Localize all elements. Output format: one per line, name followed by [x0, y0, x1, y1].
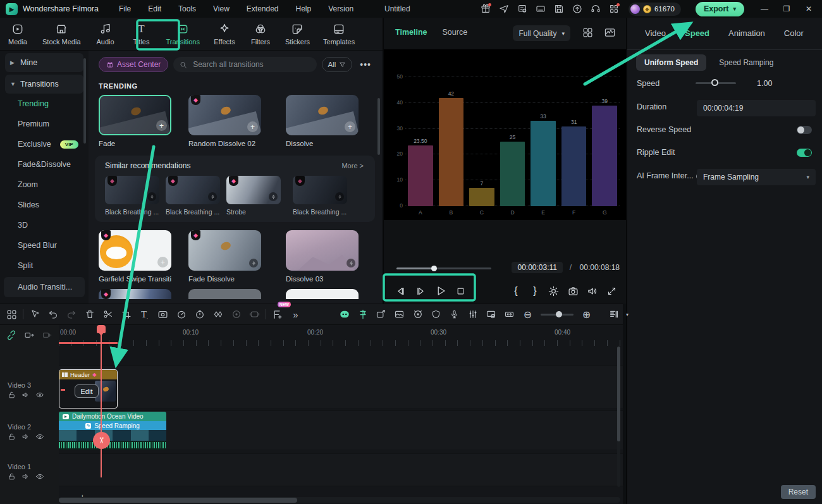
hide-eye-icon[interactable] — [35, 433, 44, 441]
more-link[interactable]: More > — [341, 162, 364, 169]
timeline-zoom-slider[interactable] — [541, 314, 574, 316]
undo-icon[interactable] — [44, 305, 62, 323]
account-pill[interactable]: ◆ 61670 — [629, 3, 681, 16]
auto-snap-icon[interactable] — [24, 330, 35, 340]
zoom-in-icon[interactable]: ⊕ — [577, 305, 596, 323]
sidebar-item-3d[interactable]: 3D — [0, 215, 89, 235]
play-button[interactable] — [433, 283, 448, 298]
sidebar-item-audio-transitions[interactable]: Audio Transiti... — [4, 277, 85, 297]
voiceover-mic-icon[interactable] — [445, 305, 463, 323]
compound-clip-icon[interactable] — [245, 305, 264, 323]
horizontal-scroll-thumb[interactable] — [59, 498, 297, 503]
add-icon[interactable]: + — [157, 257, 168, 267]
stop-button[interactable] — [453, 283, 468, 298]
sidebar-item-premium[interactable]: Premium — [0, 114, 89, 134]
workspace-layout-icon[interactable] — [608, 3, 620, 15]
tab-stickers[interactable]: Stickers — [285, 22, 310, 46]
menu-file[interactable]: File — [119, 4, 131, 13]
link-clips-icon[interactable] — [6, 330, 16, 340]
similar-card-3[interactable]: ◆ Black Breathing ... — [293, 176, 347, 216]
media-browser-icon[interactable] — [3, 305, 21, 323]
transition-card-garfield[interactable]: ◆ + Garfield Swipe Transiti... — [99, 230, 171, 283]
support-headset-icon[interactable] — [589, 3, 602, 15]
speed-slider[interactable] — [696, 82, 736, 84]
gift-icon[interactable] — [479, 3, 492, 15]
redo-icon[interactable] — [62, 305, 80, 323]
multi-view-icon[interactable] — [582, 27, 593, 38]
quality-dropdown[interactable]: Full Quality ▾ — [513, 25, 570, 41]
export-button[interactable]: Export ▾ — [696, 2, 744, 16]
lock-icon[interactable] — [8, 391, 16, 399]
sidebar-scrollbar[interactable] — [83, 58, 86, 144]
tab-audio[interactable]: Audio — [94, 22, 117, 46]
preview-quality-pip-icon[interactable] — [482, 305, 500, 323]
mute-speaker-icon[interactable] — [21, 391, 30, 399]
horizontal-scrollbar[interactable] — [59, 497, 620, 503]
hide-eye-icon[interactable] — [35, 472, 44, 481]
crop-icon[interactable] — [117, 305, 135, 323]
tab-filters[interactable]: Filters — [249, 22, 272, 46]
similar-card-0[interactable]: ◆ Black Breathing ... — [105, 176, 159, 216]
ocean-video-clip[interactable]: Dailymotion Ocean Video ∿ Speed Ramping — [59, 412, 166, 450]
uniform-speed-tab[interactable]: Uniform Speed — [636, 54, 706, 71]
menu-tools[interactable]: Tools — [178, 4, 196, 13]
scene-detection-icon[interactable] — [390, 305, 408, 323]
shield-safe-area-icon[interactable] — [427, 305, 445, 323]
save-icon[interactable] — [553, 3, 565, 15]
preview-stage[interactable]: 0102030405023.50A42B7C25D33E31F39G — [384, 49, 627, 220]
hide-eye-icon[interactable] — [35, 391, 44, 399]
fit-timeline-icon[interactable] — [500, 305, 518, 323]
ai-frame-dropdown[interactable]: Frame Sampling▾ — [697, 169, 816, 185]
sidebar-item-exclusive[interactable]: ExclusiveVIP — [0, 134, 89, 154]
next-frame-button[interactable] — [413, 283, 428, 298]
transition-thumbnail[interactable] — [286, 230, 359, 271]
lock-icon[interactable] — [8, 433, 16, 441]
reverse-speed-toggle[interactable] — [797, 126, 812, 134]
mute-speaker-icon[interactable] — [21, 472, 30, 481]
inspector-tab-speed[interactable]: Speed — [685, 28, 709, 38]
zoom-slider-knob[interactable] — [556, 311, 562, 317]
transition-thumbnail[interactable]: ◆ — [105, 176, 159, 204]
lock-icon[interactable] — [8, 472, 16, 481]
search-input[interactable] — [192, 59, 310, 70]
transition-thumbnail[interactable]: + — [99, 95, 171, 135]
add-icon[interactable]: + — [156, 120, 167, 131]
video1-lane[interactable] — [0, 453, 623, 486]
mask-tool-icon[interactable] — [154, 305, 172, 323]
edit-text-overlay[interactable]: Edit — [75, 384, 99, 398]
sidebar-item-trending[interactable]: Trending — [0, 94, 89, 114]
sidebar-item-fade-dissolve[interactable]: Fade&Dissolve — [0, 154, 89, 175]
zoom-out-icon[interactable]: ⊖ — [518, 305, 537, 323]
header-clip[interactable]: Header ◆ Edit — [59, 369, 118, 409]
preview-scrubber[interactable] — [396, 264, 491, 273]
volume-icon[interactable] — [584, 283, 599, 298]
menu-help[interactable]: Help — [296, 4, 312, 13]
menu-extended[interactable]: Extended — [247, 4, 279, 13]
transition-thumbnail[interactable] — [188, 289, 261, 299]
transition-thumbnail[interactable]: ◆ — [293, 176, 347, 204]
menu-view[interactable]: View — [213, 4, 230, 13]
transition-card-fade[interactable]: + Fade — [99, 95, 171, 147]
timeline-ruler[interactable] — [59, 340, 623, 346]
menu-version[interactable]: Version — [328, 4, 353, 13]
sidebar-item-slides[interactable]: Slides — [0, 195, 89, 215]
maximize-button[interactable]: ❐ — [778, 4, 795, 13]
transition-thumbnail[interactable] — [286, 289, 359, 299]
mark-in-button[interactable]: { — [508, 283, 524, 298]
text-tool-icon[interactable]: T. — [135, 305, 154, 323]
upload-cloud-icon[interactable] — [571, 3, 584, 15]
speed-slider-knob[interactable] — [711, 79, 718, 86]
select-tool-icon[interactable] — [25, 305, 44, 323]
inspector-tab-video[interactable]: Video — [645, 28, 666, 38]
transition-card-random-dissolve[interactable]: ◆ + Random Dissolve 02 — [188, 95, 261, 147]
transition-thumbnail[interactable]: ◆ — [166, 176, 220, 204]
render-preview-icon[interactable]: NEW — [268, 305, 286, 323]
render-settings-gear-icon[interactable] — [546, 283, 561, 298]
sidebar-item-speed-blur[interactable]: Speed Blur — [0, 235, 89, 255]
speed-ramping-tab[interactable]: Speed Ramping — [719, 58, 773, 67]
tab-media[interactable]: Media — [6, 22, 29, 46]
playhead-line[interactable] — [101, 325, 102, 477]
sidebar-item-split[interactable]: Split — [0, 255, 89, 276]
tab-effects[interactable]: Effects — [213, 22, 236, 46]
library-scrollbar[interactable] — [377, 98, 380, 155]
